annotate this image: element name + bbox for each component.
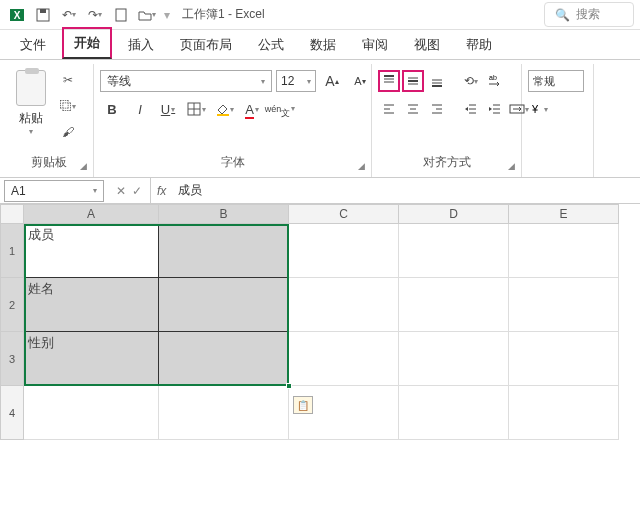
- name-box[interactable]: A1▾: [4, 180, 104, 202]
- align-label: 对齐方式◢: [378, 152, 515, 175]
- selection-handle[interactable]: [286, 383, 292, 389]
- col-header-C[interactable]: C: [289, 204, 399, 224]
- cell-A1[interactable]: 成员: [24, 224, 159, 278]
- align-top-icon[interactable]: [378, 70, 400, 92]
- worksheet[interactable]: A B C D E 1 成员 2 姓名 3 性别 4 📋: [0, 204, 640, 440]
- cell-B1[interactable]: [159, 224, 289, 278]
- row-header-4[interactable]: 4: [0, 386, 24, 440]
- open-icon[interactable]: ▾: [136, 4, 158, 26]
- svg-rect-8: [217, 114, 229, 116]
- tab-insert[interactable]: 插入: [118, 31, 164, 59]
- align-group: ⟲▾ ab ▾ 对齐方式◢: [372, 64, 522, 177]
- tab-layout[interactable]: 页面布局: [170, 31, 242, 59]
- cell-B2[interactable]: [159, 278, 289, 332]
- enter-formula-icon[interactable]: ✓: [132, 184, 142, 198]
- clipboard-launcher[interactable]: ◢: [80, 161, 87, 171]
- align-launcher[interactable]: ◢: [508, 161, 515, 171]
- tab-home[interactable]: 开始: [62, 27, 112, 59]
- cell-E2[interactable]: [509, 278, 619, 332]
- formula-input[interactable]: 成员: [172, 182, 640, 199]
- undo-icon[interactable]: ↶▾: [58, 4, 80, 26]
- cell-B4[interactable]: [159, 386, 289, 440]
- align-right-icon[interactable]: [426, 98, 448, 120]
- col-header-E[interactable]: E: [509, 204, 619, 224]
- paste-options-icon[interactable]: 📋: [293, 396, 313, 414]
- cell-A2[interactable]: 姓名: [24, 278, 159, 332]
- paste-label: 粘贴: [19, 110, 43, 127]
- cell-A3[interactable]: 性别: [24, 332, 159, 386]
- row-header-2[interactable]: 2: [0, 278, 24, 332]
- phonetic-button[interactable]: wén文: [268, 98, 292, 120]
- cell-B3[interactable]: [159, 332, 289, 386]
- window-title: 工作簿1 - Excel: [182, 6, 265, 23]
- cell-C3[interactable]: [289, 332, 399, 386]
- format-painter-icon[interactable]: 🖌: [56, 122, 80, 142]
- col-header-A[interactable]: A: [24, 204, 159, 224]
- paste-button[interactable]: 粘贴 ▾: [10, 66, 52, 136]
- search-placeholder: 搜索: [576, 6, 600, 23]
- font-color-button[interactable]: A: [240, 98, 264, 120]
- align-middle-icon[interactable]: [402, 70, 424, 92]
- svg-rect-3: [40, 9, 46, 13]
- col-header-B[interactable]: B: [159, 204, 289, 224]
- cell-D3[interactable]: [399, 332, 509, 386]
- copy-icon[interactable]: ⿻▾: [56, 96, 80, 116]
- row-header-3[interactable]: 3: [0, 332, 24, 386]
- number-format-select[interactable]: 常规: [528, 70, 584, 92]
- cell-E1[interactable]: [509, 224, 619, 278]
- align-left-icon[interactable]: [378, 98, 400, 120]
- svg-text:¥: ¥: [531, 103, 539, 115]
- align-center-icon[interactable]: [402, 98, 424, 120]
- tab-view[interactable]: 视图: [404, 31, 450, 59]
- cell-A4[interactable]: [24, 386, 159, 440]
- italic-button[interactable]: I: [128, 98, 152, 120]
- increase-indent-icon[interactable]: [484, 98, 506, 120]
- cell-E4[interactable]: [509, 386, 619, 440]
- tab-formulas[interactable]: 公式: [248, 31, 294, 59]
- cell-C2[interactable]: [289, 278, 399, 332]
- wrap-text-icon[interactable]: ab: [484, 70, 506, 92]
- decrease-font-icon[interactable]: A▾: [348, 70, 372, 92]
- number-group: 常规 ¥▾: [522, 64, 594, 177]
- align-bottom-icon[interactable]: [426, 70, 448, 92]
- underline-button[interactable]: U: [156, 98, 180, 120]
- cell-D2[interactable]: [399, 278, 509, 332]
- svg-text:X: X: [14, 10, 21, 21]
- select-all-corner[interactable]: [0, 204, 24, 224]
- clipboard-label: 剪贴板◢: [10, 152, 87, 175]
- svg-text:ab: ab: [489, 74, 497, 81]
- decrease-indent-icon[interactable]: [460, 98, 482, 120]
- font-group: 等线▾ 12▾ A▴ A▾ B I U A wén文 字体◢: [94, 64, 372, 177]
- redo-icon[interactable]: ↷▾: [84, 4, 106, 26]
- orientation-icon[interactable]: ⟲▾: [460, 70, 482, 92]
- number-label: [528, 169, 587, 175]
- cancel-formula-icon[interactable]: ✕: [116, 184, 126, 198]
- border-button[interactable]: [184, 98, 208, 120]
- fill-color-button[interactable]: [212, 98, 236, 120]
- col-header-D[interactable]: D: [399, 204, 509, 224]
- cut-icon[interactable]: ✂: [56, 70, 80, 90]
- row-header-1[interactable]: 1: [0, 224, 24, 278]
- font-name-select[interactable]: 等线▾: [100, 70, 272, 92]
- ribbon-tabs: 文件 开始 插入 页面布局 公式 数据 审阅 视图 帮助: [0, 30, 640, 60]
- tab-help[interactable]: 帮助: [456, 31, 502, 59]
- excel-logo: X: [6, 4, 28, 26]
- currency-icon[interactable]: ¥▾: [528, 98, 550, 120]
- cell-C1[interactable]: [289, 224, 399, 278]
- new-file-icon[interactable]: [110, 4, 132, 26]
- font-label: 字体◢: [100, 152, 365, 175]
- search-box[interactable]: 🔍 搜索: [544, 2, 634, 27]
- font-size-select[interactable]: 12▾: [276, 70, 316, 92]
- save-icon[interactable]: [32, 4, 54, 26]
- cell-D4[interactable]: [399, 386, 509, 440]
- cell-D1[interactable]: [399, 224, 509, 278]
- font-launcher[interactable]: ◢: [358, 161, 365, 171]
- cell-E3[interactable]: [509, 332, 619, 386]
- paste-icon: [16, 70, 46, 106]
- tab-review[interactable]: 审阅: [352, 31, 398, 59]
- bold-button[interactable]: B: [100, 98, 124, 120]
- fx-icon[interactable]: fx: [151, 184, 172, 198]
- increase-font-icon[interactable]: A▴: [320, 70, 344, 92]
- tab-file[interactable]: 文件: [10, 31, 56, 59]
- tab-data[interactable]: 数据: [300, 31, 346, 59]
